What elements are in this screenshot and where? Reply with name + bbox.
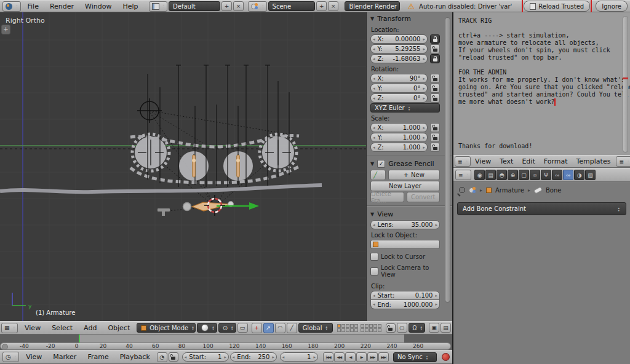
object-data-tab[interactable]: Ψ	[541, 170, 551, 180]
current-frame-marker[interactable]	[79, 334, 80, 343]
lock-to-cursor-checkbox[interactable]	[370, 253, 378, 261]
add-scene-button[interactable]: +	[316, 1, 327, 11]
menu-item[interactable]: File	[22, 2, 44, 10]
menu-item[interactable]: Edit	[517, 157, 539, 165]
text-line[interactable]: If your wheels don't spin, you must clic…	[458, 47, 630, 54]
rotate-manipulator-button[interactable]: ◠	[275, 323, 285, 333]
playback-button[interactable]: ◀	[345, 352, 356, 362]
playback-button[interactable]: ▶	[356, 352, 367, 362]
view-panel-header[interactable]: ▼ View	[367, 208, 452, 220]
layer-grid-right[interactable]	[361, 324, 381, 332]
playback-button[interactable]: ▶▶|	[378, 352, 389, 362]
n-panel-scrollbar[interactable]	[445, 17, 450, 303]
lock-location-x-button[interactable]	[430, 34, 440, 44]
location-z-field[interactable]: ◂Z:-1.68063▸	[370, 54, 428, 63]
rotation-y-field[interactable]: ◂Y:0°▸	[370, 84, 428, 93]
lock-scale-y-button[interactable]	[430, 133, 440, 142]
pivot-align-toggle[interactable]: ▭	[237, 323, 248, 333]
text-line[interactable]: ctrl+a ----> start simulation,	[458, 32, 630, 39]
constraints-tab[interactable]: ∞	[530, 170, 540, 180]
scale-manipulator-button[interactable]: ╱	[287, 323, 297, 333]
lock-to-object-field[interactable]	[370, 240, 440, 249]
translate-manipulator-button[interactable]: ↗	[263, 323, 274, 333]
text-line[interactable]: FOR THE ADMIN	[458, 69, 630, 76]
lock-rotation-x-button[interactable]	[430, 74, 440, 83]
pin-icon[interactable]	[459, 187, 465, 193]
screen-layout-name-field[interactable]: Default	[169, 1, 220, 11]
scene-selector[interactable]: ▴▾	[248, 1, 267, 12]
breadcrumb-object-name[interactable]: Armature	[495, 187, 524, 194]
lock-scale-z-button[interactable]	[430, 143, 440, 152]
menu-item[interactable]: Marker	[47, 353, 82, 361]
timeline-ruler[interactable]: -40-200204060801001201401601802002202402…	[0, 342, 451, 350]
world-tab[interactable]: ⊕	[508, 170, 518, 180]
menu-item[interactable]: Select	[46, 324, 78, 332]
snap-select[interactable]: Ω▴▾	[409, 323, 425, 333]
text-line[interactable]: Thanks for download!	[458, 143, 630, 150]
menu-item[interactable]: View	[471, 157, 495, 165]
menu-item[interactable]: Object	[102, 324, 135, 332]
render-engine-select[interactable]: Blender Render ▴▾	[345, 1, 400, 11]
text-line[interactable]	[458, 135, 630, 143]
menu-item[interactable]: Text	[495, 157, 517, 165]
close-layout-button[interactable]: ×	[233, 1, 244, 11]
record-button[interactable]	[442, 353, 450, 361]
breadcrumb-bone-name[interactable]: Bone	[546, 187, 561, 194]
delete-frame-button[interactable]: Delete Fra...	[370, 192, 404, 202]
viewport-shading-select[interactable]: ▴▾	[197, 323, 217, 333]
text-line[interactable]	[458, 25, 630, 32]
editor-type-selector-info[interactable]: ▴▾	[2, 1, 21, 12]
playback-button[interactable]: ▶▶	[367, 352, 378, 362]
text-line[interactable]	[458, 106, 630, 113]
sync-mode-select[interactable]: No Sync▴▾	[393, 352, 437, 362]
render-still-button[interactable]: ▣	[429, 323, 439, 333]
playback-button[interactable]: ◀◀	[334, 352, 345, 362]
mode-select[interactable]: Object Mode▴▾	[137, 323, 196, 333]
preview-range-button[interactable]: ◔	[157, 352, 167, 362]
text-line[interactable]: "reload trusted" on top bar.	[458, 54, 630, 61]
transform-orientation-select[interactable]: Global▴▾	[298, 323, 333, 333]
text-line[interactable]: me more what doesn't work?	[458, 98, 630, 106]
grease-pencil-checkbox[interactable]: ✓	[377, 160, 385, 168]
frame-start-field[interactable]: ◂Start:1▸	[182, 352, 229, 362]
clip-start-field[interactable]: ◂Start:0.100▸	[370, 291, 440, 300]
layer-grid-left[interactable]	[337, 324, 358, 332]
menu-item[interactable]: Add	[78, 324, 102, 332]
editor-type-selector-text[interactable]: ≣▴▾	[455, 156, 471, 167]
layers-widget[interactable]	[337, 324, 381, 332]
grease-pencil-panel-header[interactable]: ▼ ✓ Grease Pencil	[367, 157, 452, 169]
grease-pencil-draw-mode[interactable]: ╱▴▾	[370, 170, 386, 180]
screen-layout-selector[interactable]: ▴▾	[149, 1, 168, 12]
text-line[interactable]	[458, 121, 630, 128]
lock-rotation-z-button[interactable]	[430, 93, 440, 103]
toolbar-expand-button[interactable]: +	[1, 25, 10, 34]
lock-location-z-button[interactable]	[430, 54, 440, 63]
add-bone-constraint-select[interactable]: Add Bone Constraint ▴▾	[457, 202, 626, 215]
menu-item[interactable]: Playback	[114, 353, 156, 361]
pivot-point-select[interactable]: ⊙▴▾	[218, 323, 236, 333]
menu-item[interactable]: Format	[540, 157, 572, 165]
render-tab[interactable]: ◉	[474, 170, 485, 180]
rotation-mode-select[interactable]: XYZ Euler▴▾	[370, 103, 440, 113]
menu-item[interactable]: View	[20, 353, 47, 361]
lock-rotation-y-button[interactable]	[430, 84, 440, 93]
scale-z-field[interactable]: ◂Z:1.000▸	[370, 143, 428, 152]
menu-item[interactable]: Templates	[572, 157, 615, 165]
lock-to-scene-button[interactable]	[386, 323, 396, 333]
lens-field[interactable]: ◂Lens:35.000▸	[370, 220, 440, 229]
location-x-field[interactable]: ◂X:0.00000▸	[370, 34, 428, 44]
scale-y-field[interactable]: ◂Y:1.000▸	[370, 133, 428, 142]
location-y-field[interactable]: ◂Y:5.29255▸	[370, 44, 428, 53]
editor-type-selector-properties[interactable]: ≡▴▾	[455, 170, 471, 180]
new-layer-button[interactable]: New Layer	[370, 181, 440, 191]
close-scene-button[interactable]: ×	[328, 1, 338, 11]
frame-end-field[interactable]: ◂End:250▸	[230, 352, 277, 362]
add-layout-button[interactable]: +	[221, 1, 232, 11]
reload-trusted-button[interactable]: Reload Trusted	[524, 1, 590, 12]
text-line[interactable]: trusted" and started animation? Could Yo…	[458, 91, 630, 98]
text-line[interactable]: move armature to relocate all objects,	[458, 39, 630, 47]
text-line[interactable]	[458, 61, 630, 69]
text-line[interactable]	[458, 128, 630, 135]
viewport-canvas[interactable]: Right Ortho y (1) Armature	[0, 12, 366, 321]
manipulator-toggle[interactable]: +	[252, 323, 262, 333]
